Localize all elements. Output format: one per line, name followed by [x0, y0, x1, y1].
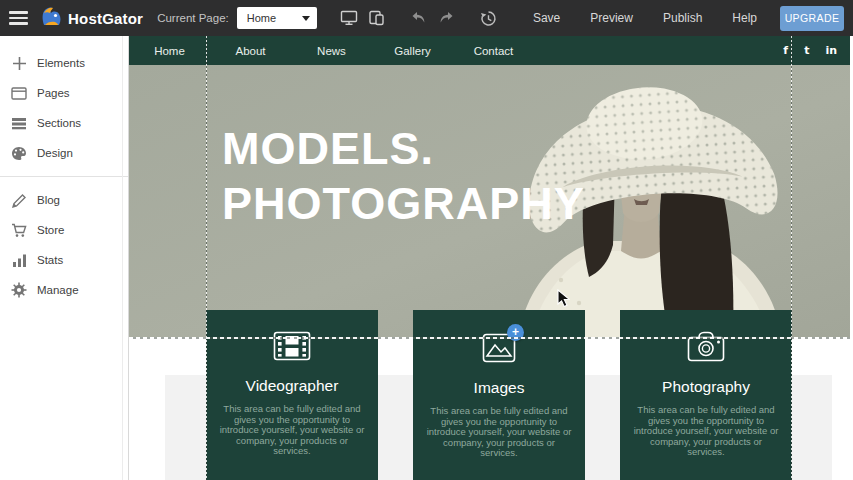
card-title: Photography [620, 378, 792, 396]
film-icon [273, 331, 311, 361]
facebook-icon[interactable]: f [783, 44, 788, 57]
page-select-dropdown[interactable]: Home [237, 7, 317, 29]
desktop-preview-icon[interactable] [336, 5, 362, 31]
sidebar-divider [0, 176, 128, 177]
device-preview-icon[interactable] [364, 5, 390, 31]
hostgator-logo[interactable]: HostGator [40, 5, 143, 31]
sections-icon [10, 114, 28, 132]
sidebar-item-label: Blog [37, 194, 60, 206]
plus-icon [10, 54, 28, 72]
app-window: HostGator Current Page: Home [0, 0, 853, 480]
preview-button[interactable]: Preview [575, 11, 648, 25]
site-nav-home[interactable]: Home [129, 45, 210, 57]
publish-button[interactable]: Publish [648, 11, 717, 25]
hero-title[interactable]: MODELS. PHOTOGRAPHY [222, 121, 585, 231]
site-nav-contact[interactable]: Contact [453, 45, 534, 57]
brand-name: HostGator [68, 10, 143, 27]
hero-section[interactable]: MODELS. PHOTOGRAPHY [129, 65, 850, 337]
sidebar-item-label: Stats [37, 254, 63, 266]
sidebar-item-label: Elements [37, 57, 85, 69]
hamburger-menu-icon[interactable] [0, 0, 34, 36]
site-nav-about[interactable]: About [210, 45, 291, 57]
topbar: HostGator Current Page: Home [0, 0, 853, 36]
sidebar-item-label: Design [37, 147, 73, 159]
sidebar-item-sections[interactable]: Sections [0, 108, 128, 138]
sidebar-item-manage[interactable]: Manage [0, 275, 128, 305]
feature-card-photography[interactable]: Photography This area can be fully edite… [620, 310, 792, 480]
redo-icon[interactable] [434, 5, 460, 31]
pages-icon [10, 84, 28, 102]
hero-title-line2: PHOTOGRAPHY [222, 176, 585, 231]
sidebar-item-store[interactable]: Store [0, 215, 128, 245]
current-page-label: Current Page: [157, 12, 229, 24]
hero-title-line1: MODELS. [222, 121, 585, 176]
stats-icon [10, 251, 28, 269]
site-canvas: Home About News Gallery Contact f t in [129, 36, 853, 480]
card-title: Videographer [206, 377, 378, 395]
linkedin-icon[interactable]: in [825, 44, 837, 57]
feature-card-videographer[interactable]: Videographer This area can be fully edit… [206, 310, 378, 480]
feature-card-images[interactable]: + Images This area can be fully edited a… [413, 310, 585, 480]
site-nav-news[interactable]: News [291, 45, 372, 57]
sidebar-item-elements[interactable]: Elements [0, 48, 128, 78]
help-button[interactable]: Help [717, 11, 772, 25]
card-body-text: This area can be fully edited and gives … [206, 404, 378, 457]
twitter-icon[interactable]: t [804, 44, 809, 57]
site-navbar: Home About News Gallery Contact f t in [129, 36, 850, 65]
palette-icon [10, 144, 28, 162]
topbar-actions: Save Preview Publish Help UPGRADE [336, 5, 853, 31]
upgrade-button[interactable]: UPGRADE [780, 6, 844, 31]
card-body-text: This area can be fully edited and gives … [413, 406, 585, 459]
card-body-text: This area can be fully edited and gives … [620, 405, 792, 458]
site-nav-gallery[interactable]: Gallery [372, 45, 453, 57]
camera-icon [687, 331, 725, 362]
social-links: f t in [783, 44, 850, 57]
chevron-down-icon [302, 16, 310, 21]
sidebar-item-design[interactable]: Design [0, 138, 128, 168]
sidebar-item-pages[interactable]: Pages [0, 78, 128, 108]
save-button[interactable]: Save [518, 11, 575, 25]
undo-icon[interactable] [406, 5, 432, 31]
page-select-value: Home [247, 12, 276, 24]
card-title: Images [413, 379, 585, 397]
gator-icon [40, 5, 63, 31]
sidebar-item-label: Manage [37, 284, 79, 296]
sidebar-item-blog[interactable]: Blog [0, 185, 128, 215]
editor-sidebar: Elements Pages Sections Design [0, 36, 129, 480]
sidebar-item-label: Sections [37, 117, 81, 129]
add-element-plus-badge[interactable]: + [507, 324, 524, 341]
cart-icon [10, 221, 28, 239]
sidebar-item-stats[interactable]: Stats [0, 245, 128, 275]
history-icon[interactable] [476, 5, 502, 31]
sidebar-item-label: Store [37, 224, 65, 236]
pencil-icon [10, 191, 28, 209]
gear-icon [10, 281, 28, 299]
sidebar-item-label: Pages [37, 87, 70, 99]
